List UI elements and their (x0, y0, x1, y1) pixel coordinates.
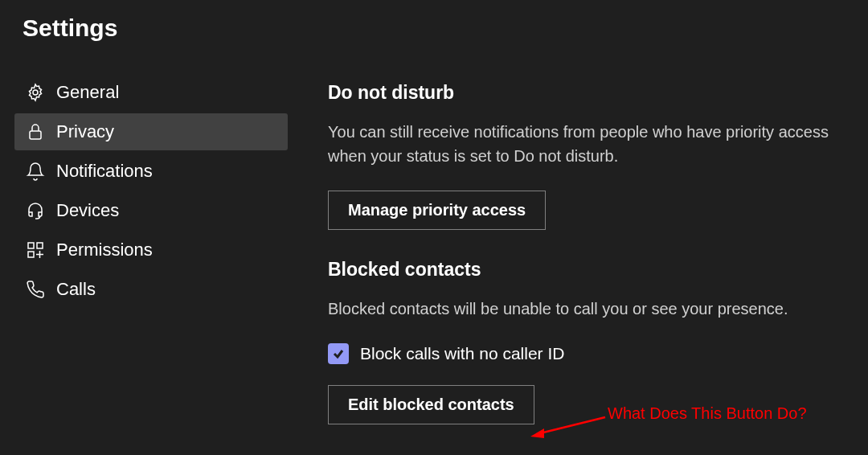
svg-rect-4 (28, 252, 34, 257)
section-title: Do not disturb (328, 82, 836, 104)
section-blocked-contacts: Blocked contacts Blocked contacts will b… (328, 259, 836, 424)
block-no-caller-id-row: Block calls with no caller ID (328, 343, 836, 364)
svg-rect-3 (37, 243, 43, 248)
page-title: Settings (0, 6, 868, 42)
phone-icon (26, 280, 45, 299)
svg-point-0 (33, 90, 38, 95)
sidebar-item-calls[interactable]: Calls (14, 271, 288, 308)
gear-icon (26, 83, 45, 102)
sidebar-item-privacy[interactable]: Privacy (14, 113, 288, 150)
section-description: You can still receive notifications from… (328, 120, 836, 168)
sidebar-item-label: General (56, 82, 119, 103)
sidebar-item-notifications[interactable]: Notifications (14, 153, 288, 190)
svg-rect-2 (28, 243, 34, 248)
sidebar-item-permissions[interactable]: Permissions (14, 232, 288, 268)
block-no-caller-id-checkbox[interactable] (328, 343, 349, 364)
sidebar-item-general[interactable]: General (14, 74, 288, 111)
svg-rect-1 (30, 131, 41, 139)
sidebar-item-label: Calls (56, 279, 96, 300)
checkbox-label: Block calls with no caller ID (360, 344, 564, 363)
sidebar-item-label: Notifications (56, 161, 153, 182)
edit-blocked-contacts-button[interactable]: Edit blocked contacts (328, 385, 534, 424)
sidebar-item-devices[interactable]: Devices (14, 192, 288, 229)
section-do-not-disturb: Do not disturb You can still receive not… (328, 82, 836, 230)
settings-sidebar: General Privacy Notifications Devices (0, 74, 288, 455)
manage-priority-access-button[interactable]: Manage priority access (328, 191, 546, 230)
bell-icon (26, 162, 45, 181)
sidebar-item-label: Devices (56, 200, 119, 221)
settings-content: Do not disturb You can still receive not… (288, 74, 868, 455)
apps-icon (26, 240, 45, 260)
sidebar-item-label: Privacy (56, 121, 114, 142)
section-title: Blocked contacts (328, 259, 836, 281)
headset-icon (26, 201, 45, 220)
section-description: Blocked contacts will be unable to call … (328, 297, 836, 321)
sidebar-item-label: Permissions (56, 240, 153, 260)
lock-icon (26, 122, 45, 141)
